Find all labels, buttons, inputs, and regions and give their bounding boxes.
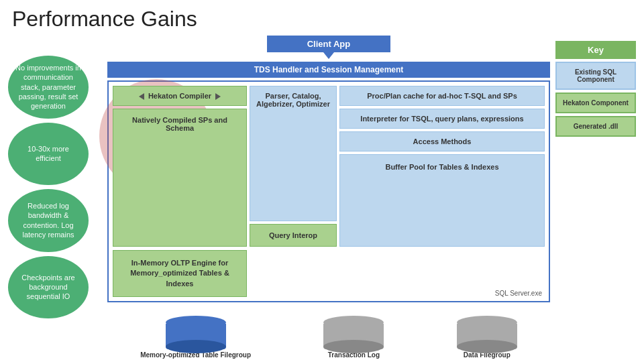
left-labels-panel: No improvements in communication stack, … bbox=[8, 36, 102, 359]
sqlserver-label: SQL Server.exe bbox=[495, 290, 542, 297]
key-item-hekaton: Hekaton Component bbox=[555, 93, 636, 113]
inmemory-row: In-Memory OLTP Engine for Memory_optimiz… bbox=[113, 250, 545, 297]
interpreter-box: Interpreter for TSQL, query plans, expre… bbox=[339, 109, 545, 129]
label-bubble-3: Reduced log bandwidth & contention. Log … bbox=[8, 189, 89, 252]
buffer-pool-box: Buffer Pool for Tables & Indexes bbox=[339, 154, 545, 247]
label-bubble-1: No improvements in communication stack, … bbox=[8, 56, 89, 119]
sqlserver-box: Hekaton Compiler Natively Compiled SPs a… bbox=[107, 80, 550, 302]
label-bubble-2: 10-30x more efficient bbox=[8, 123, 89, 186]
key-item-existing: Existing SQL Component bbox=[555, 62, 636, 90]
diagram-area: Client App TDS Handler and Session Manag… bbox=[107, 36, 550, 359]
page-title: Performance Gains bbox=[0, 0, 644, 36]
middle-col: Parser, Catalog, Algebrizer, Optimizer Q… bbox=[250, 86, 337, 247]
parser-box: Parser, Catalog, Algebrizer, Optimizer bbox=[250, 86, 337, 221]
client-app-box: Client App bbox=[267, 36, 391, 52]
natively-compiled-box: Natively Compiled SPs and Schema bbox=[113, 109, 247, 247]
inner-top-row: Hekaton Compiler Natively Compiled SPs a… bbox=[113, 86, 545, 247]
label-bubble-4: Checkpoints are background sequential IO bbox=[8, 256, 89, 319]
hekaton-compiler-box: Hekaton Compiler bbox=[113, 86, 247, 106]
key-item-existing-label: Existing SQL Component bbox=[559, 68, 632, 83]
cylinder-1 bbox=[323, 316, 384, 349]
cylinder-2 bbox=[457, 316, 517, 349]
storage-item-1: Transaction Log bbox=[323, 316, 384, 359]
arrow-right-icon bbox=[215, 93, 221, 100]
query-interop-box: Query Interop bbox=[250, 224, 337, 247]
storage-item-0: Memory-optimized Table Filegroup bbox=[140, 316, 251, 359]
storage-item-2: Data Filegroup bbox=[457, 316, 517, 359]
right-col: Proc/Plan cache for ad-hoc T-SQL and SPs… bbox=[339, 86, 545, 247]
tds-handler-box: TDS Handler and Session Management bbox=[107, 62, 550, 78]
arrow-left-icon bbox=[139, 93, 144, 100]
client-app-row: Client App bbox=[107, 36, 550, 52]
proc-plan-box: Proc/Plan cache for ad-hoc T-SQL and SPs bbox=[339, 86, 545, 106]
key-item-hekaton-label: Hekaton Component bbox=[563, 99, 629, 107]
access-methods-box: Access Methods bbox=[339, 131, 545, 152]
inmemory-box: In-Memory OLTP Engine for Memory_optimiz… bbox=[113, 250, 247, 297]
key-panel: Key Existing SQL Component Hekaton Compo… bbox=[555, 36, 636, 359]
storage-row: Memory-optimized Table Filegroup Transac… bbox=[107, 305, 550, 359]
key-title: Key bbox=[555, 41, 636, 59]
cylinder-0 bbox=[166, 316, 226, 349]
left-col: Hekaton Compiler Natively Compiled SPs a… bbox=[113, 86, 247, 247]
key-item-generated: Generated .dll bbox=[555, 116, 636, 137]
key-item-generated-label: Generated .dll bbox=[574, 123, 619, 130]
